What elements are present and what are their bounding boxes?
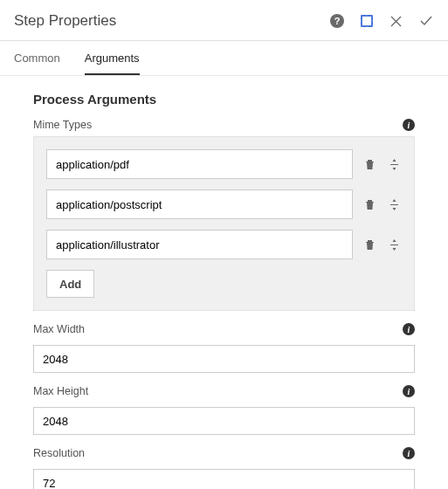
fullscreen-icon[interactable] <box>360 14 374 28</box>
delete-icon[interactable] <box>362 238 377 251</box>
svg-rect-0 <box>362 16 372 26</box>
max-width-label: Max Width <box>33 323 403 335</box>
delete-icon[interactable] <box>362 158 377 171</box>
section-title: Process Arguments <box>33 92 415 107</box>
dialog-header: Step Properties ? <box>0 0 448 41</box>
mime-type-input[interactable] <box>46 189 353 219</box>
mime-types-label: Mime Types <box>33 119 403 131</box>
header-actions: ? <box>330 13 434 29</box>
dialog-title: Step Properties <box>14 12 330 30</box>
close-icon[interactable] <box>389 15 403 28</box>
info-icon[interactable]: i <box>403 323 415 335</box>
add-button[interactable]: Add <box>46 270 94 298</box>
reorder-icon[interactable] <box>386 238 402 251</box>
info-icon[interactable]: i <box>403 385 415 397</box>
help-icon[interactable]: ? <box>330 14 344 28</box>
mime-type-input[interactable] <box>46 230 353 259</box>
max-height-input[interactable] <box>33 407 415 435</box>
max-height-label: Max Height <box>33 385 403 397</box>
delete-icon[interactable] <box>362 198 377 211</box>
mime-type-row <box>46 189 402 219</box>
resolution-label: Resolution <box>33 447 403 459</box>
mime-type-row <box>46 230 402 259</box>
reorder-icon[interactable] <box>386 198 402 211</box>
tab-bar: Common Arguments <box>0 41 448 76</box>
content-panel: Process Arguments Mime Types i Add Max W… <box>0 76 448 489</box>
confirm-icon[interactable] <box>418 13 434 29</box>
info-icon[interactable]: i <box>403 447 415 459</box>
mime-type-input[interactable] <box>46 149 353 179</box>
tab-arguments[interactable]: Arguments <box>85 41 140 75</box>
info-icon[interactable]: i <box>403 119 415 131</box>
max-width-input[interactable] <box>33 345 415 373</box>
mime-type-row <box>46 149 402 179</box>
reorder-icon[interactable] <box>386 158 402 171</box>
tab-common[interactable]: Common <box>14 41 60 75</box>
mime-types-multifield: Add <box>33 136 415 311</box>
resolution-input[interactable] <box>33 469 415 489</box>
